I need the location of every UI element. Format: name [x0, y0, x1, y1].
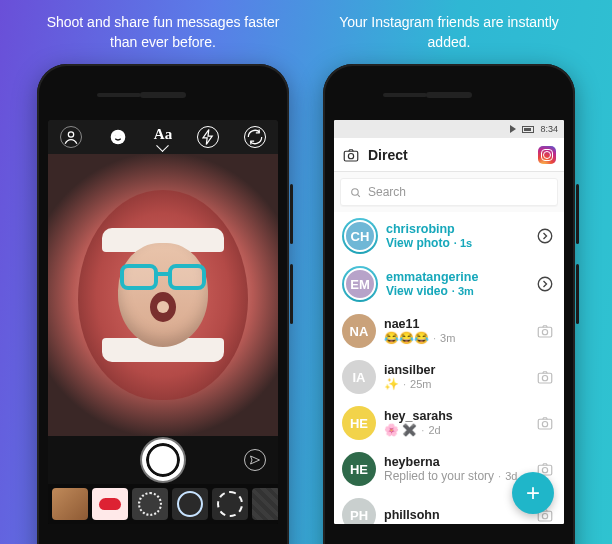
story-ring[interactable]: EM: [342, 266, 378, 302]
svg-point-6: [352, 188, 359, 195]
svg-rect-13: [538, 419, 552, 429]
thread-age: 3d: [498, 470, 517, 482]
battery-icon: [522, 126, 534, 133]
thread-username: phillsohn: [384, 508, 526, 522]
avatar[interactable]: HE: [342, 406, 376, 440]
thread-username: nae11: [384, 317, 526, 331]
svg-point-16: [542, 468, 547, 473]
svg-rect-4: [344, 151, 358, 161]
camera-icon[interactable]: [534, 320, 556, 342]
avatar[interactable]: HE: [342, 452, 376, 486]
phone-screen-right: 8:34 Direct Search CHchrisrobinpView pho…: [334, 120, 564, 524]
avatar[interactable]: NA: [342, 314, 376, 348]
status-bar: 8:34: [334, 120, 564, 138]
svg-point-14: [542, 422, 547, 427]
send-icon[interactable]: [244, 449, 266, 471]
svg-rect-11: [538, 373, 552, 383]
thread-meta: nae11😂😂😂3m: [384, 317, 526, 345]
svg-point-8: [538, 277, 552, 291]
svg-point-18: [542, 514, 547, 519]
avatar[interactable]: EM: [344, 268, 376, 300]
thread-row[interactable]: HEhey_sarahs🌸 ✖️2d: [334, 400, 564, 446]
app-bar: Direct: [334, 138, 564, 172]
thread-row[interactable]: NAnae11😂😂😂3m: [334, 308, 564, 354]
thread-meta: emmatangerineView video · 3m: [386, 270, 526, 298]
face-filter-icon[interactable]: [107, 126, 129, 148]
instagram-icon[interactable]: [538, 146, 556, 164]
thread-meta: heybernaReplied to your story3d: [384, 455, 526, 483]
svg-point-12: [542, 376, 547, 381]
flip-camera-icon[interactable]: [244, 126, 266, 148]
filter-thumb[interactable]: [92, 488, 128, 520]
profile-icon[interactable]: [60, 126, 82, 148]
thread-subtitle: Replied to your story3d: [384, 469, 526, 483]
svg-point-7: [538, 229, 552, 243]
thread-username: iansilber: [384, 363, 526, 377]
svg-point-10: [542, 330, 547, 335]
flash-icon[interactable]: [197, 126, 219, 148]
thread-meta: hey_sarahs🌸 ✖️2d: [384, 409, 526, 437]
phone-frame-left: Aa: [37, 64, 289, 544]
camera-icon[interactable]: [534, 412, 556, 434]
camera-viewfinder[interactable]: [48, 154, 278, 436]
svg-point-2: [115, 135, 117, 137]
signal-icon: [510, 125, 516, 133]
thread-subtitle: 😂😂😂3m: [384, 331, 526, 345]
thread-age: 3m: [433, 332, 455, 344]
ar-effect-overlay: [78, 190, 248, 400]
thread-row[interactable]: CHchrisrobinpView photo · 1s: [334, 212, 564, 260]
phone-frame-right: 8:34 Direct Search CHchrisrobinpView pho…: [323, 64, 575, 544]
thread-username: hey_sarahs: [384, 409, 526, 423]
svg-point-5: [348, 153, 353, 158]
thread-age: 25m: [403, 378, 431, 390]
thread-age: · 1s: [454, 237, 472, 249]
promo-text-right: Your Instagram friends are instantly add…: [306, 0, 592, 64]
compose-fab[interactable]: +: [512, 472, 554, 514]
thread-meta: phillsohn: [384, 508, 526, 522]
promo-text-left: Shoot and share fun messages faster than…: [20, 0, 306, 64]
text-tool[interactable]: Aa: [154, 126, 172, 149]
camera-toolbar: Aa: [48, 120, 278, 154]
filter-thumb[interactable]: [252, 488, 278, 520]
filter-thumb[interactable]: [52, 488, 88, 520]
filter-strip[interactable]: [48, 484, 278, 524]
thread-row[interactable]: EMemmatangerineView video · 3m: [334, 260, 564, 308]
thread-age: · 3m: [452, 285, 474, 297]
filter-thumb[interactable]: [172, 488, 208, 520]
search-icon: [349, 186, 362, 199]
thread-subtitle: 🌸 ✖️2d: [384, 423, 526, 437]
search-input[interactable]: Search: [340, 178, 558, 206]
thread-age: 2d: [421, 424, 440, 436]
thread-username: emmatangerine: [386, 270, 526, 284]
thread-subtitle: View video · 3m: [386, 284, 526, 298]
story-ring[interactable]: CH: [342, 218, 378, 254]
svg-point-3: [119, 135, 121, 137]
camera-bottom-bar: [48, 436, 278, 524]
filter-thumb[interactable]: [212, 488, 248, 520]
thread-meta: chrisrobinpView photo · 1s: [386, 222, 526, 250]
thread-row[interactable]: IAiansilber✨25m: [334, 354, 564, 400]
chevron-right-icon[interactable]: [534, 273, 556, 295]
svg-rect-17: [538, 511, 552, 521]
status-time: 8:34: [540, 124, 558, 134]
svg-rect-9: [538, 327, 552, 337]
phone-screen-left: Aa: [48, 120, 278, 524]
camera-icon[interactable]: [534, 366, 556, 388]
svg-point-0: [69, 132, 74, 137]
direct-inbox-app: 8:34 Direct Search CHchrisrobinpView pho…: [334, 120, 564, 524]
thread-username: chrisrobinp: [386, 222, 526, 236]
promo-panel-camera: Shoot and share fun messages faster than…: [0, 0, 306, 544]
avatar[interactable]: IA: [342, 360, 376, 394]
avatar[interactable]: CH: [344, 220, 376, 252]
thread-username: heyberna: [384, 455, 526, 469]
avatar[interactable]: PH: [342, 498, 376, 524]
shutter-button[interactable]: [142, 439, 184, 481]
camera-app: Aa: [48, 120, 278, 524]
filter-thumb[interactable]: [132, 488, 168, 520]
camera-icon[interactable]: [342, 146, 360, 164]
svg-point-1: [111, 130, 126, 145]
thread-subtitle: ✨25m: [384, 377, 526, 391]
search-placeholder: Search: [368, 185, 406, 199]
chevron-right-icon[interactable]: [534, 225, 556, 247]
glasses-icon: [120, 264, 206, 292]
